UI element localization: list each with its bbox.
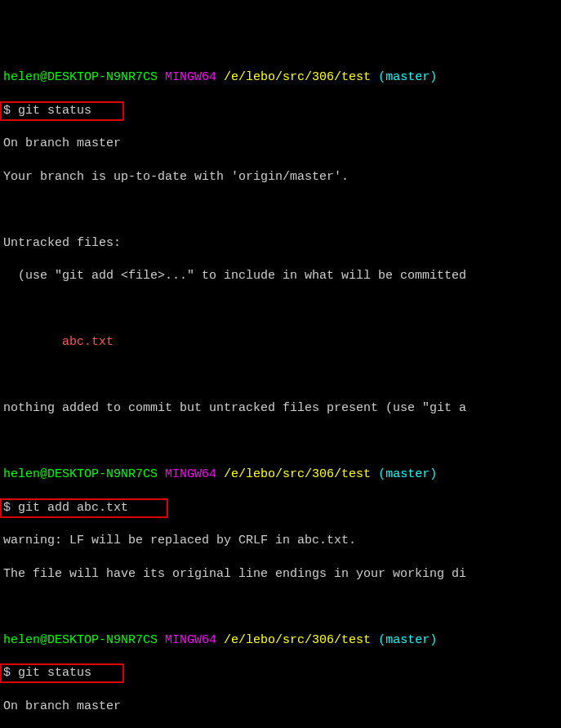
cmd-status[interactable]: git status (18, 666, 91, 680)
output-line: (use "git add <file>..." to include in w… (3, 268, 558, 284)
output-line: On branch master (3, 136, 558, 152)
blank-line (3, 434, 558, 450)
branch: (master) (378, 467, 437, 481)
output-line: warning: LF will be replaced by CRLF in … (3, 533, 558, 549)
dollar: $ (3, 104, 18, 118)
output-line: nothing added to commit but untracked fi… (3, 400, 558, 417)
path: /e/lebo/src/306/test (224, 633, 371, 647)
blank-line (3, 599, 558, 615)
cmd-line: $ git status (3, 103, 558, 119)
output-line: The file will have its original line end… (3, 566, 558, 583)
path: /e/lebo/src/306/test (224, 467, 371, 481)
output-line: Untracked files: (3, 235, 558, 252)
blank-line (3, 368, 558, 384)
cmd-add[interactable]: git add abc.txt (18, 501, 128, 515)
shell: MINGW64 (165, 633, 216, 647)
prompt-line: helen@DESKTOP-N9NR7CS MINGW64 /e/lebo/sr… (3, 632, 558, 649)
shell: MINGW64 (165, 467, 216, 481)
dollar: $ (3, 501, 18, 515)
untracked-file: abc.txt (3, 334, 558, 351)
prompt-line: helen@DESKTOP-N9NR7CS MINGW64 /e/lebo/sr… (3, 467, 558, 483)
userhost: helen@DESKTOP-N9NR7CS (3, 633, 158, 647)
blank-line (3, 202, 558, 218)
prompt-line: helen@DESKTOP-N9NR7CS MINGW64 /e/lebo/sr… (3, 69, 558, 86)
highlight-box: $ git status (0, 101, 124, 121)
shell: MINGW64 (165, 70, 216, 84)
path: /e/lebo/src/306/test (224, 70, 371, 84)
cmd-status[interactable]: git status (18, 104, 91, 118)
cmd-line: $ git add abc.txt (3, 500, 558, 516)
highlight-box: $ git status (0, 663, 124, 683)
dollar: $ (3, 666, 18, 680)
highlight-box: $ git add abc.txt (0, 498, 168, 518)
userhost: helen@DESKTOP-N9NR7CS (3, 70, 158, 84)
output-line: On branch master (3, 699, 558, 715)
userhost: helen@DESKTOP-N9NR7CS (3, 467, 158, 481)
branch: (master) (378, 633, 437, 647)
cmd-line: $ git status (3, 665, 558, 681)
output-line: Your branch is up-to-date with 'origin/m… (3, 169, 558, 185)
branch: (master) (378, 70, 437, 84)
blank-line (3, 301, 558, 318)
